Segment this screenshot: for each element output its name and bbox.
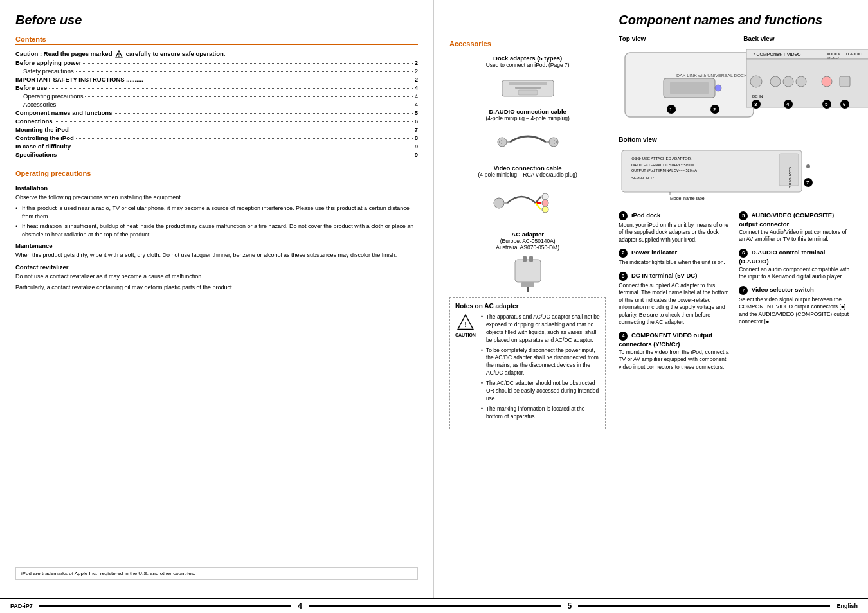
caution-toc-label: Caution : Read the pages marked ! carefu…	[15, 50, 225, 58]
top-view-label: Top view	[619, 35, 736, 42]
svg-point-49	[796, 76, 806, 87]
toc-item-safety: Safety precautions 2	[15, 67, 418, 75]
component-7: 7 Video selector switch Select the video…	[739, 286, 853, 326]
svg-rect-5	[518, 90, 538, 95]
comp-6-desc: Connect an audio component compatible wi…	[739, 266, 853, 281]
svg-rect-51	[840, 76, 850, 87]
comp-3-desc: Connect the supplied AC adapter to this …	[619, 282, 732, 326]
caution-bullet-4: The marking information is located at th…	[481, 405, 600, 421]
svg-text:DC IN: DC IN	[752, 94, 763, 98]
comp-5-desc: Connect the Audio/Video input connectors…	[739, 229, 853, 244]
svg-rect-8	[546, 141, 549, 143]
svg-text:Model name label: Model name label	[670, 196, 706, 200]
svg-text:Y: Y	[753, 52, 755, 56]
toc-item-accessories: Accessories 4	[15, 101, 418, 108]
page-footer: PAD-iP7 4 5 English	[0, 598, 868, 613]
caution-bullet-2: To be completely disconnect the power in…	[481, 347, 600, 378]
component-4: 4 COMPONENT VIDEO output connectors (Y/C…	[619, 332, 732, 371]
footer-divider	[39, 605, 291, 607]
comp-2-desc: The indicator lights blue when the unit …	[619, 259, 732, 266]
back-view-svg: — COMPONENT VIDEO — Y Cb Cr AUDIO/ VIDEO…	[743, 46, 868, 130]
accessories-header: Accessories	[449, 40, 606, 49]
svg-text:5: 5	[825, 102, 828, 107]
dock-desc: Used to connect an iPod. (Page 7)	[449, 62, 606, 68]
video-title: Video connection cable	[449, 164, 606, 172]
comp-4-name: 4 COMPONENT VIDEO output connectors (Y/C…	[619, 332, 732, 348]
svg-text:SERIAL NO.:: SERIAL NO.:	[631, 176, 654, 180]
footer-model: PAD-iP7	[10, 603, 33, 609]
toc-item-before-use: Before use 4	[15, 84, 418, 91]
svg-text:D.AUDIO: D.AUDIO	[846, 52, 862, 56]
top-view-illustration: DAX LINK with UNIVERSAL DOCK for iPod 1 …	[619, 46, 736, 131]
component-3: 3 DC IN terminal (5V DC) Connect the sup…	[619, 272, 732, 326]
contact-text2: Particularly, a contact revitalize conta…	[15, 283, 418, 292]
back-view-label: Back view	[743, 35, 860, 42]
svg-text:!: !	[464, 321, 467, 328]
bottom-view-label: Bottom view	[619, 136, 853, 143]
toc-item-connections: Connections 6	[15, 118, 418, 125]
toc-item-before-applying: Before applying power 2	[15, 59, 418, 66]
svg-point-50	[822, 76, 832, 87]
footer-lang: English	[836, 603, 858, 609]
installation-bullets: If this product is used near a radio, TV…	[15, 204, 418, 238]
ac-svg	[502, 253, 554, 292]
toc-list: Before applying power 2 Safety precautio…	[15, 59, 418, 158]
video-svg	[489, 181, 566, 226]
svg-rect-15	[503, 202, 507, 204]
footer-note-text: iPod are trademarks of Apple Inc., regis…	[21, 571, 195, 576]
svg-point-48	[783, 76, 793, 87]
bottom-view-svg: ⊕⊕⊕ USE ATTACHED ADAPTOR. INPUT: EXTERNA…	[619, 147, 824, 205]
svg-rect-19	[515, 260, 541, 282]
svg-point-35	[715, 85, 721, 91]
op-prec-header: Operating precautions	[15, 170, 418, 179]
installation-intro: Observe the following precautions when i…	[15, 193, 418, 202]
notes-title: Notes on AC adapter	[455, 303, 600, 310]
daudio-desc: (4-pole miniplug – 4-pole miniplug)	[449, 115, 606, 121]
svg-rect-7	[507, 141, 510, 143]
svg-text:7: 7	[806, 180, 809, 186]
notes-box: Notes on AC adapter ! CAUTION The appara…	[449, 297, 606, 429]
caution-bullets-list: The apparatus and AC/DC adaptor shall no…	[481, 314, 600, 423]
svg-text:⊕⊕⊕ USE ATTACHED ADAPTOR.: ⊕⊕⊕ USE ATTACHED ADAPTOR.	[631, 157, 692, 161]
comp-6-name: 6 D.AUDIO control terminal (D.AUDIO)	[739, 249, 853, 265]
ac-illustration	[449, 253, 606, 292]
accessories-column: Accessories Dock adapters (5 types) Used…	[449, 13, 606, 429]
daudio-svg	[493, 124, 563, 159]
back-view-illustration: — COMPONENT VIDEO — Y Cb Cr AUDIO/ VIDEO…	[743, 46, 860, 131]
toc-item-component: Component names and functions 5	[15, 109, 418, 116]
svg-text:!: !	[118, 53, 120, 57]
svg-text:INPUT: EXTERNAL DC SUPPLY 5V==: INPUT: EXTERNAL DC SUPPLY 5V===	[631, 163, 694, 167]
accessory-dock: Dock adapters (5 types) Used to connect …	[449, 55, 606, 103]
svg-text:COMPOSITE: COMPOSITE	[788, 167, 792, 188]
comp-1-desc: Mount your iPod on this unit by means of…	[619, 222, 732, 244]
toc-item-difficulty: In case of difficulty 9	[15, 143, 418, 150]
installation-header: Installation	[15, 184, 418, 191]
toc-item-controlling: Controlling the iPod 8	[15, 134, 418, 141]
caution-triangle-icon: !	[115, 50, 123, 58]
left-page: Before use Contents Caution : Read the p…	[0, 0, 434, 598]
maintenance-text: When this product gets dirty, wipe it wi…	[15, 251, 418, 260]
left-page-number: 4	[298, 601, 302, 610]
caution-bullet-1: The apparatus and AC/DC adaptor shall no…	[481, 314, 600, 344]
svg-text:2: 2	[713, 107, 716, 112]
comp-3-name: 3 DC IN terminal (5V DC)	[619, 272, 732, 281]
contact-header: Contact revitalizer	[15, 263, 418, 271]
daudio-title: D.AUDIO connection cable	[449, 108, 606, 115]
footer-note: iPod are trademarks of Apple Inc., regis…	[15, 567, 418, 580]
back-view: Back view — COMPONENT VIDEO — Y Cb Cr AU…	[743, 35, 860, 131]
accessory-ac: AC adapter (Europe: AC-050140A)Australia…	[449, 231, 606, 292]
svg-rect-22	[521, 282, 534, 287]
footer-divider-3	[578, 605, 830, 607]
accessory-video: Video connection cable (4-pole miniplug …	[449, 164, 606, 226]
caution-body: ! CAUTION The apparatus and AC/DC adapto…	[455, 314, 600, 423]
desc-col-right: 5 AUDIO/VIDEO (COMPOSITE) output connect…	[739, 211, 853, 376]
caution-toc-row: Caution : Read the pages marked ! carefu…	[15, 50, 418, 58]
component-5: 5 AUDIO/VIDEO (COMPOSITE) output connect…	[739, 211, 853, 244]
svg-point-45	[750, 76, 762, 87]
component-2: 2 Power indicator The indicator lights b…	[619, 249, 732, 266]
toc-item-specs: Specifications 9	[15, 151, 418, 158]
svg-text:Cr: Cr	[795, 52, 799, 56]
caution-triangle-icon: !	[457, 314, 475, 332]
svg-point-71	[806, 164, 810, 168]
toc-item-mounting: Mounting the iPod 7	[15, 126, 418, 133]
